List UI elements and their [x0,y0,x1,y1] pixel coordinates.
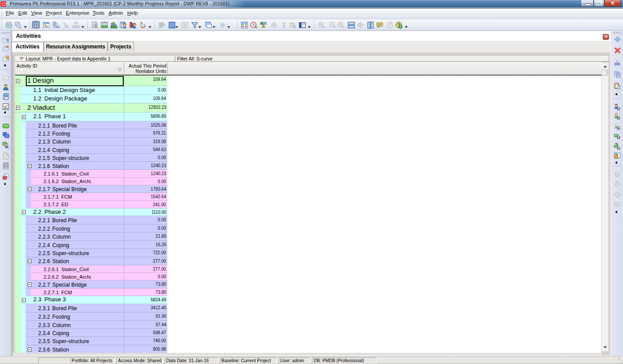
svg-text:M: M [4,143,6,145]
svg-text:A: A [94,24,97,27]
svg-text:?: ? [389,23,392,28]
